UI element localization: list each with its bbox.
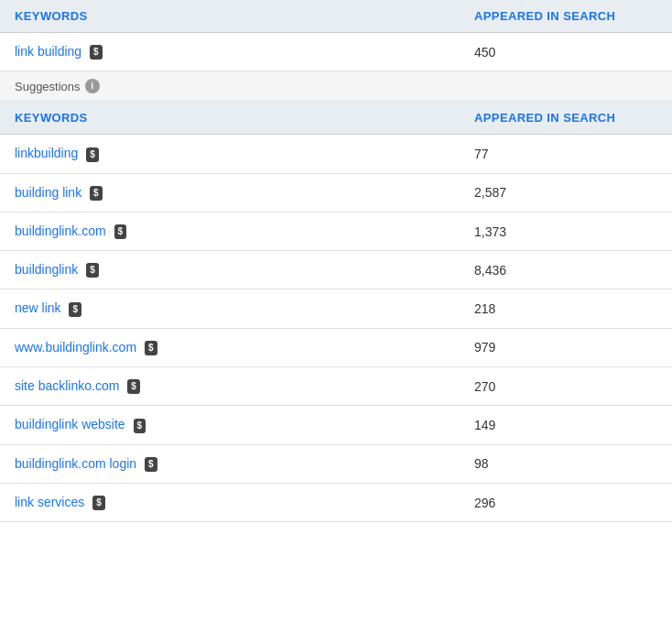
keyword-cell: building link $ xyxy=(15,185,474,201)
suggestions-rows-container: linkbuilding $ 77 building link $ 2,587 … xyxy=(0,135,672,522)
table-row: buildinglink website $ 149 xyxy=(0,406,672,444)
keyword-cell: buildinglink $ xyxy=(15,262,474,278)
keyword-link[interactable]: buildinglink.com login xyxy=(15,456,136,471)
dollar-badge: $ xyxy=(69,302,81,317)
keyword-link[interactable]: new link xyxy=(15,300,61,315)
appeared-cell: 77 xyxy=(474,147,657,161)
keyword-cell: buildinglink.com $ xyxy=(15,224,474,239)
keyword-cell: link services $ xyxy=(15,495,474,510)
keyword-link[interactable]: building link xyxy=(15,185,81,200)
suggestions-row: Suggestions i xyxy=(0,71,672,102)
appeared-cell: 98 xyxy=(474,456,657,471)
keyword-cell: buildinglink website $ xyxy=(15,417,474,432)
keyword-link[interactable]: buildinglink website xyxy=(15,417,125,431)
suggestions-appeared-header: APPEARED IN SEARCH xyxy=(474,111,657,125)
table-row: www.buildinglink.com $ 979 xyxy=(0,329,672,367)
dollar-badge: $ xyxy=(114,224,127,239)
keyword-link[interactable]: www.buildinglink.com xyxy=(15,340,136,355)
suggestions-keywords-header: KEYWORDS xyxy=(15,111,474,125)
keyword-link[interactable]: link building xyxy=(15,44,81,59)
keyword-link[interactable]: buildinglink xyxy=(15,262,78,277)
dollar-badge: $ xyxy=(86,147,99,162)
table-row: link building $ 450 xyxy=(0,33,672,71)
main-appeared-header: APPEARED IN SEARCH xyxy=(474,9,657,23)
keyword-link[interactable]: linkbuilding xyxy=(15,146,78,160)
main-rows-container: link building $ 450 xyxy=(0,33,672,71)
main-keywords-header: KEYWORDS xyxy=(15,9,474,23)
table-row: site backlinko.com $ 270 xyxy=(0,367,672,406)
dollar-badge: $ xyxy=(127,379,140,394)
appeared-cell: 8,436 xyxy=(474,263,657,278)
keyword-cell: new link $ xyxy=(15,300,474,316)
keyword-cell: buildinglink.com login $ xyxy=(15,456,474,472)
dollar-badge: $ xyxy=(90,45,103,60)
appeared-cell: 149 xyxy=(474,418,657,432)
keyword-link[interactable]: link services xyxy=(15,495,84,509)
appeared-cell: 2,587 xyxy=(474,185,657,200)
table-row: buildinglink $ 8,436 xyxy=(0,251,672,289)
table-row: buildinglink.com login $ 98 xyxy=(0,445,672,484)
table-row: new link $ 218 xyxy=(0,289,672,328)
table-row: linkbuilding $ 77 xyxy=(0,135,672,173)
table-row: building link $ 2,587 xyxy=(0,174,672,213)
dollar-badge: $ xyxy=(90,186,103,201)
appeared-cell: 1,373 xyxy=(474,224,657,239)
keyword-cell: link building $ xyxy=(15,44,474,60)
suggestions-label: Suggestions xyxy=(15,80,81,93)
dollar-badge: $ xyxy=(86,263,99,278)
keyword-link[interactable]: buildinglink.com xyxy=(15,224,106,238)
appeared-cell: 296 xyxy=(474,496,657,510)
appeared-cell: 270 xyxy=(474,379,657,394)
dollar-badge: $ xyxy=(145,457,157,472)
table-row: buildinglink.com $ 1,373 xyxy=(0,213,672,251)
keyword-cell: linkbuilding $ xyxy=(15,146,474,161)
suggestions-table-header: KEYWORDS APPEARED IN SEARCH xyxy=(0,102,672,135)
keyword-cell: www.buildinglink.com $ xyxy=(15,340,474,355)
info-icon[interactable]: i xyxy=(85,79,100,93)
keyword-link[interactable]: site backlinko.com xyxy=(15,378,119,393)
keyword-cell: site backlinko.com $ xyxy=(15,378,474,394)
dollar-badge: $ xyxy=(134,419,146,433)
dollar-badge: $ xyxy=(92,496,105,510)
main-table: KEYWORDS APPEARED IN SEARCH link buildin… xyxy=(0,0,672,522)
appeared-cell: 979 xyxy=(474,340,657,355)
main-table-header: KEYWORDS APPEARED IN SEARCH xyxy=(0,0,672,33)
appeared-cell: 218 xyxy=(474,301,657,316)
dollar-badge: $ xyxy=(145,341,157,355)
table-row: link services $ 296 xyxy=(0,484,672,522)
appeared-cell: 450 xyxy=(474,45,657,60)
